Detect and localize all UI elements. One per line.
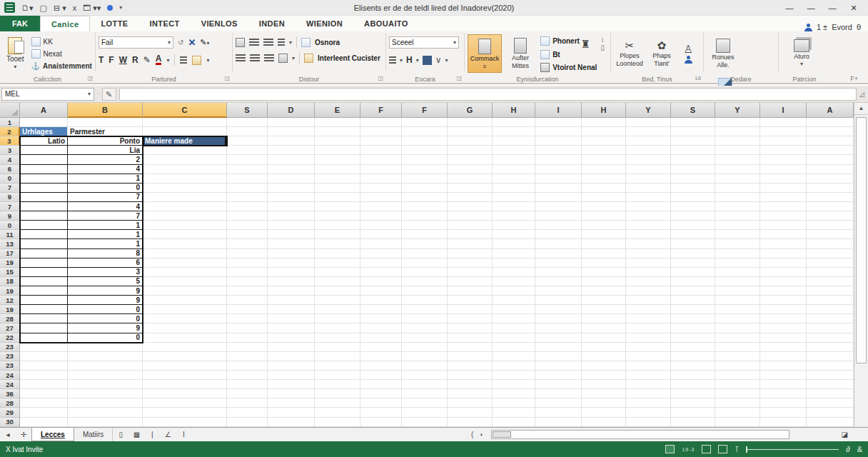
cell[interactable] — [493, 155, 535, 164]
cell[interactable] — [807, 352, 854, 361]
cell[interactable] — [715, 314, 760, 323]
cell[interactable] — [535, 277, 582, 286]
cell[interactable] — [360, 174, 402, 184]
dialog-launcher-icon[interactable]: ◲ — [224, 75, 230, 81]
page-break-view-icon[interactable] — [718, 445, 727, 453]
cell[interactable] — [268, 202, 315, 211]
cell[interactable] — [582, 296, 626, 305]
cell[interactable] — [626, 221, 671, 230]
cell[interactable] — [493, 118, 535, 127]
bold-button[interactable]: T — [99, 55, 104, 65]
cell[interactable] — [582, 371, 626, 380]
cell[interactable] — [807, 249, 854, 258]
close-button[interactable]: ✕ — [844, 1, 864, 15]
cell[interactable] — [402, 333, 448, 343]
cell[interactable] — [227, 268, 268, 277]
cell[interactable] — [493, 211, 535, 221]
cell[interactable] — [227, 239, 268, 248]
row-header-5[interactable]: 6 — [0, 165, 20, 174]
row-header-25[interactable]: 23 — [0, 352, 20, 361]
sheet-tab-matiirs[interactable]: Matiirs — [74, 428, 113, 441]
cell[interactable] — [143, 165, 227, 174]
cell[interactable] — [582, 249, 626, 258]
cell[interactable] — [535, 408, 582, 417]
cell[interactable] — [535, 165, 582, 174]
cell[interactable] — [493, 136, 535, 146]
align-right-icon[interactable] — [264, 54, 274, 61]
row-header-0[interactable]: 1 — [0, 118, 20, 127]
cell[interactable] — [807, 371, 854, 380]
cell[interactable] — [448, 380, 493, 389]
cell[interactable] — [402, 314, 448, 323]
cell[interactable] — [535, 221, 582, 230]
cell[interactable] — [143, 380, 227, 389]
cell[interactable] — [582, 268, 626, 277]
cell[interactable] — [143, 361, 227, 371]
cell[interactable] — [360, 211, 402, 221]
cell[interactable] — [582, 146, 626, 155]
cell[interactable] — [402, 127, 448, 136]
strikethrough-button[interactable]: R — [132, 55, 138, 65]
cell[interactable] — [268, 323, 315, 333]
cell[interactable] — [760, 239, 807, 248]
cell[interactable] — [20, 408, 68, 417]
row-header-9[interactable]: 7 — [0, 202, 20, 211]
cell[interactable] — [448, 193, 493, 202]
cell[interactable] — [715, 202, 760, 211]
cell[interactable]: 3 — [68, 268, 143, 277]
cell[interactable] — [448, 323, 493, 333]
cell[interactable] — [143, 343, 227, 352]
cell[interactable] — [20, 314, 68, 323]
cell[interactable]: 1 — [68, 239, 143, 248]
cell[interactable] — [448, 249, 493, 258]
cell[interactable] — [760, 286, 807, 296]
cell[interactable] — [402, 249, 448, 258]
cell[interactable] — [20, 202, 68, 211]
cell[interactable] — [360, 286, 402, 296]
cell[interactable] — [448, 286, 493, 296]
cell[interactable] — [582, 314, 626, 323]
new-sheet-icon[interactable]: ▯ — [113, 431, 128, 438]
cell[interactable] — [807, 389, 854, 398]
cell[interactable] — [715, 418, 760, 427]
row-header-28[interactable]: 24 — [0, 380, 20, 389]
cell[interactable] — [143, 333, 227, 343]
cell[interactable] — [582, 343, 626, 352]
cell[interactable] — [671, 249, 715, 258]
cell-style-item-2[interactable]: Bt — [540, 49, 597, 60]
cell[interactable] — [402, 323, 448, 333]
cell[interactable] — [626, 184, 671, 193]
cell[interactable] — [626, 136, 671, 146]
cell[interactable] — [760, 371, 807, 380]
cell[interactable]: 7 — [68, 211, 143, 221]
cell[interactable] — [315, 296, 360, 305]
cell[interactable] — [360, 127, 402, 136]
cell[interactable] — [143, 230, 227, 239]
cell[interactable] — [493, 258, 535, 268]
cell[interactable] — [715, 184, 760, 193]
cell[interactable] — [402, 268, 448, 277]
column-header-11[interactable]: H — [582, 103, 626, 118]
new-document-icon[interactable]: 🗋▾ — [21, 0, 34, 16]
cell[interactable] — [715, 389, 760, 398]
cell[interactable] — [715, 268, 760, 277]
row-header-29[interactable]: 36 — [0, 389, 20, 398]
cell[interactable] — [626, 230, 671, 239]
cell[interactable] — [760, 165, 807, 174]
paste-button[interactable]: Tooet ▾ — [3, 34, 27, 73]
cell[interactable] — [315, 249, 360, 258]
cell[interactable] — [535, 202, 582, 211]
cancel-icon[interactable]: x — [73, 0, 77, 16]
cell[interactable] — [360, 155, 402, 164]
cell[interactable] — [626, 296, 671, 305]
cell[interactable] — [760, 296, 807, 305]
cell[interactable] — [807, 286, 854, 296]
cell[interactable] — [227, 118, 268, 127]
cell[interactable] — [626, 193, 671, 202]
split-view-icon[interactable]: ◪ — [842, 431, 848, 438]
cell[interactable] — [493, 127, 535, 136]
cell[interactable] — [20, 258, 68, 268]
cell[interactable] — [315, 314, 360, 323]
cell[interactable] — [493, 174, 535, 184]
fill-color-icon[interactable] — [192, 56, 201, 65]
